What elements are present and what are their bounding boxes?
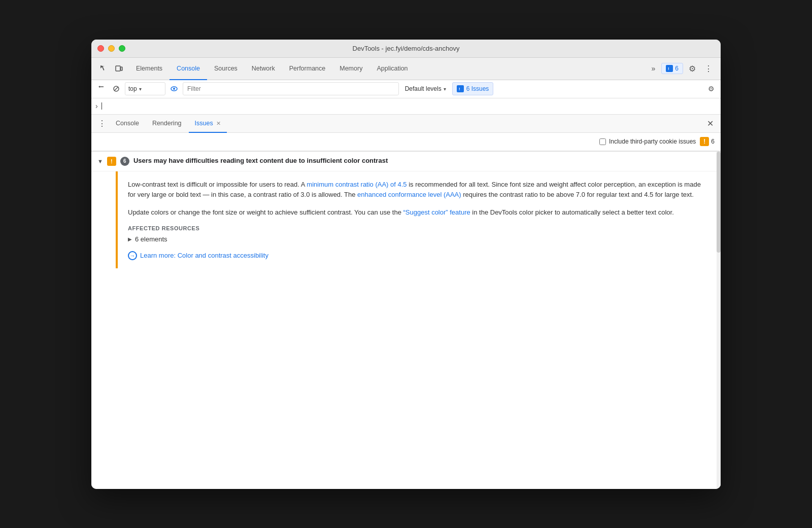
issue-title: Users may have difficulties reading text…	[133, 157, 388, 164]
affected-section: AFFECTED RESOURCES ▶ 6 elements	[128, 225, 708, 244]
cursor	[101, 102, 102, 110]
minimize-button[interactable]	[108, 45, 115, 52]
levels-label: Default levels	[405, 85, 442, 92]
svg-rect-0	[116, 66, 120, 71]
close-button[interactable]	[97, 45, 104, 52]
warning-icon: !	[700, 137, 709, 146]
issues-content: ▼ ! 6 Users may have difficulties readin…	[91, 152, 721, 489]
checkbox-label-text: Include third-party cookie issues	[609, 138, 696, 145]
svg-text:!: !	[668, 66, 669, 71]
issue-paragraph-1: Low-contrast text is difficult or imposs…	[128, 180, 708, 201]
third-party-cookies-checkbox-label[interactable]: Include third-party cookie issues	[599, 138, 696, 145]
log-levels-dropdown[interactable]: Default levels ▾	[401, 82, 450, 95]
settings-icon[interactable]: ⚙	[685, 61, 699, 76]
console-issues-icon: !	[457, 85, 464, 92]
warning-count-badge: ! 6	[700, 137, 715, 146]
close-panel-icon[interactable]: ✕	[703, 117, 717, 130]
levels-chevron-icon: ▾	[444, 86, 446, 92]
issues-badge[interactable]: ! 6	[661, 63, 683, 74]
more-sub-tabs-icon[interactable]: ⋮	[95, 117, 109, 130]
suggest-color-link[interactable]: “Suggest color” feature	[403, 208, 470, 216]
tab-performance[interactable]: Performance	[282, 58, 333, 80]
tab-elements[interactable]: Elements	[129, 58, 170, 80]
more-options-icon[interactable]: ⋮	[701, 61, 716, 76]
console-issues-badge[interactable]: ! 6 Issues	[452, 82, 494, 95]
issue-detail-content: Low-contrast text is difficult or imposs…	[118, 171, 721, 268]
tab-network[interactable]: Network	[245, 58, 282, 80]
sub-tab-rendering[interactable]: Rendering	[146, 115, 188, 133]
issues-count-label: 6	[675, 65, 679, 72]
learn-more-circle-icon: →	[128, 251, 137, 260]
issue-detail-wrapper: Low-contrast text is difficult or imposs…	[91, 171, 721, 268]
issue-count-badge: 6	[120, 157, 129, 166]
svg-point-8	[173, 88, 175, 90]
devtools-window: DevTools - jec.fyi/demo/cds-anchovy	[91, 40, 721, 489]
learn-more-link[interactable]: → Learn more: Color and contrast accessi…	[128, 251, 708, 260]
issue-paragraph-2: Update colors or change the font size or…	[128, 207, 708, 218]
svg-line-6	[114, 87, 118, 91]
issue-row-header[interactable]: ▼ ! 6 Users may have difficulties readin…	[91, 152, 721, 171]
devtools-body: Elements Console Sources Network Perform…	[91, 58, 721, 489]
maximize-button[interactable]	[119, 45, 125, 52]
console-issues-label: 6 Issues	[466, 85, 489, 92]
live-expressions-icon[interactable]	[167, 82, 181, 95]
affected-resources-label: AFFECTED RESOURCES	[128, 225, 708, 231]
aaa-link[interactable]: enhanced conformance level (AAA)	[357, 191, 461, 198]
more-tabs-button[interactable]: »	[648, 64, 660, 73]
tab-console[interactable]: Console	[170, 58, 207, 80]
expand-chevron-icon: ▼	[97, 158, 103, 164]
toolbar-left-icons	[93, 61, 129, 76]
console-prompt-icon: ›	[95, 102, 98, 110]
issues-badge-icon: !	[666, 65, 673, 72]
close-issues-tab-icon[interactable]: ✕	[216, 120, 221, 127]
console-input-bar[interactable]: ›	[91, 98, 721, 115]
tab-sources[interactable]: Sources	[207, 58, 245, 80]
context-value: top	[128, 85, 137, 92]
window-title: DevTools - jec.fyi/demo/cds-anchovy	[353, 45, 460, 52]
device-toolbar-icon[interactable]	[112, 61, 126, 76]
sub-toolbar: ⋮ Console Rendering Issues ✕ ✕	[91, 115, 721, 133]
clear-console-icon[interactable]	[94, 82, 108, 95]
third-party-cookies-checkbox[interactable]	[599, 138, 606, 145]
inspector-icon[interactable]	[96, 61, 111, 76]
traffic-lights	[97, 45, 125, 52]
sub-tab-issues[interactable]: Issues ✕	[189, 115, 227, 133]
main-toolbar: Elements Console Sources Network Perform…	[91, 58, 721, 80]
toolbar-right: » ! 6 ⚙ ⋮	[645, 61, 719, 76]
tab-application[interactable]: Application	[369, 58, 415, 80]
context-dropdown-icon: ▾	[139, 86, 142, 92]
filter-input[interactable]	[183, 82, 399, 95]
title-bar: DevTools - jec.fyi/demo/cds-anchovy	[91, 40, 721, 58]
context-selector[interactable]: top ▾	[125, 82, 165, 95]
main-content: ⋮ Console Rendering Issues ✕ ✕ Include t…	[91, 115, 721, 489]
expand-elements-icon: ▶	[128, 236, 132, 242]
tab-memory[interactable]: Memory	[332, 58, 369, 80]
sub-tab-console[interactable]: Console	[110, 115, 145, 133]
warning-count-text: 6	[711, 138, 715, 145]
scrollbar-thumb[interactable]	[717, 152, 721, 253]
issue-warning-icon: !	[107, 157, 116, 166]
svg-rect-1	[121, 67, 122, 71]
elements-count-text: 6 elements	[135, 235, 167, 243]
issues-header-bar: Include third-party cookie issues ! 6	[91, 133, 721, 151]
aa-contrast-link[interactable]: minimum contrast ratio (AA) of 4.5	[307, 181, 407, 188]
affected-elements-row[interactable]: ▶ 6 elements	[128, 234, 708, 244]
svg-text:!: !	[459, 87, 460, 91]
console-bar: top ▾ Default levels ▾ ! 6 Issues	[91, 80, 721, 98]
scrollbar-track[interactable]	[717, 152, 721, 489]
block-icon[interactable]	[110, 82, 123, 95]
main-tabs: Elements Console Sources Network Perform…	[129, 58, 645, 80]
console-settings-icon[interactable]: ⚙	[704, 82, 718, 95]
